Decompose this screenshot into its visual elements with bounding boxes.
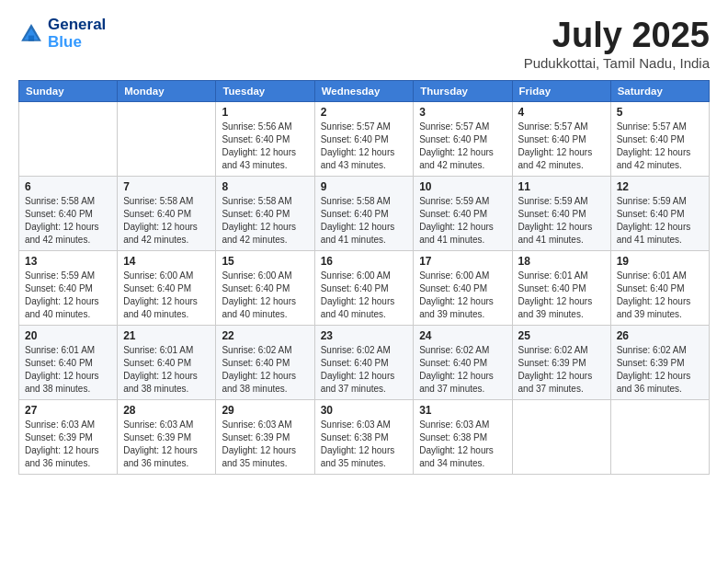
- sunrise-text: Sunrise: 5:59 AM: [617, 196, 687, 206]
- sunset-text: Sunset: 6:40 PM: [321, 358, 389, 368]
- sunset-text: Sunset: 6:40 PM: [222, 358, 290, 368]
- day-number: 15: [222, 255, 308, 268]
- day-number: 5: [617, 106, 703, 119]
- sunset-text: Sunset: 6:40 PM: [123, 283, 191, 293]
- sunrise-text: Sunrise: 6:01 AM: [25, 345, 95, 355]
- sunset-text: Sunset: 6:40 PM: [617, 134, 685, 144]
- daylight-text: Daylight: 12 hours and 39 minutes.: [617, 296, 691, 319]
- sunrise-text: Sunrise: 6:00 AM: [419, 270, 489, 281]
- day-info: Sunrise: 5:58 AMSunset: 6:40 PMDaylight:…: [123, 195, 210, 247]
- calendar-cell: 10Sunrise: 5:59 AMSunset: 6:40 PMDayligh…: [414, 176, 512, 250]
- day-number: 3: [419, 106, 506, 119]
- sunrise-text: Sunrise: 5:59 AM: [518, 196, 588, 206]
- calendar-cell: 15Sunrise: 6:00 AMSunset: 6:40 PMDayligh…: [216, 250, 314, 325]
- logo-line1: General: [48, 17, 106, 34]
- title-block: July 2025 Pudukkottai, Tamil Nadu, India: [524, 17, 710, 71]
- daylight-text: Daylight: 12 hours and 41 minutes.: [617, 222, 691, 245]
- day-info: Sunrise: 6:01 AMSunset: 6:40 PMDaylight:…: [518, 270, 605, 321]
- sunrise-text: Sunrise: 5:58 AM: [25, 196, 95, 206]
- day-info: Sunrise: 6:03 AMSunset: 6:39 PMDaylight:…: [25, 419, 111, 470]
- sunrise-text: Sunrise: 6:03 AM: [222, 419, 291, 430]
- day-number: 20: [25, 329, 111, 342]
- sunset-text: Sunset: 6:40 PM: [321, 209, 389, 219]
- calendar-cell: 8Sunrise: 5:58 AMSunset: 6:40 PMDaylight…: [216, 176, 314, 250]
- daylight-text: Daylight: 12 hours and 40 minutes.: [321, 296, 395, 319]
- sunrise-text: Sunrise: 6:01 AM: [123, 345, 193, 355]
- day-info: Sunrise: 6:02 AMSunset: 6:39 PMDaylight:…: [617, 344, 703, 396]
- calendar-cell: 20Sunrise: 6:01 AMSunset: 6:40 PMDayligh…: [19, 325, 118, 399]
- calendar-cell: 14Sunrise: 6:00 AMSunset: 6:40 PMDayligh…: [118, 250, 216, 325]
- daylight-text: Daylight: 12 hours and 42 minutes.: [25, 222, 99, 245]
- calendar-cell: 19Sunrise: 6:01 AMSunset: 6:40 PMDayligh…: [610, 250, 709, 325]
- calendar-cell: 22Sunrise: 6:02 AMSunset: 6:40 PMDayligh…: [216, 325, 314, 399]
- calendar-cell: 18Sunrise: 6:01 AMSunset: 6:40 PMDayligh…: [512, 250, 610, 325]
- sunrise-text: Sunrise: 6:02 AM: [419, 345, 489, 355]
- day-info: Sunrise: 5:58 AMSunset: 6:40 PMDaylight:…: [25, 195, 111, 247]
- sunset-text: Sunset: 6:40 PM: [419, 209, 487, 219]
- day-number: 11: [518, 180, 605, 193]
- day-info: Sunrise: 5:56 AMSunset: 6:40 PMDaylight:…: [222, 121, 308, 172]
- day-info: Sunrise: 5:59 AMSunset: 6:40 PMDaylight:…: [518, 195, 605, 247]
- day-number: 27: [25, 404, 111, 417]
- day-number: 12: [617, 180, 703, 193]
- main-title: July 2025: [524, 17, 710, 55]
- sunset-text: Sunset: 6:40 PM: [222, 283, 290, 293]
- day-number: 26: [617, 329, 703, 342]
- sunrise-text: Sunrise: 5:59 AM: [25, 270, 95, 281]
- calendar-cell: 5Sunrise: 5:57 AMSunset: 6:40 PMDaylight…: [610, 101, 709, 176]
- sunrise-text: Sunrise: 5:58 AM: [222, 196, 291, 206]
- day-number: 22: [222, 329, 308, 342]
- day-number: 13: [25, 255, 111, 268]
- logo: General Blue: [18, 17, 106, 51]
- sunrise-text: Sunrise: 6:03 AM: [25, 419, 95, 430]
- sunset-text: Sunset: 6:40 PM: [222, 134, 290, 144]
- day-info: Sunrise: 6:00 AMSunset: 6:40 PMDaylight:…: [222, 270, 308, 321]
- day-info: Sunrise: 5:58 AMSunset: 6:40 PMDaylight:…: [321, 195, 408, 247]
- day-info: Sunrise: 6:01 AMSunset: 6:40 PMDaylight:…: [123, 344, 210, 396]
- sunset-text: Sunset: 6:40 PM: [25, 283, 93, 293]
- calendar-cell: 27Sunrise: 6:03 AMSunset: 6:39 PMDayligh…: [19, 399, 118, 474]
- sunset-text: Sunset: 6:40 PM: [419, 283, 487, 293]
- daylight-text: Daylight: 12 hours and 36 minutes.: [123, 445, 198, 468]
- day-number: 21: [123, 329, 210, 342]
- day-info: Sunrise: 5:57 AMSunset: 6:40 PMDaylight:…: [419, 121, 506, 172]
- sunrise-text: Sunrise: 6:01 AM: [518, 270, 588, 281]
- logo-line2: Blue: [48, 34, 106, 52]
- day-number: 30: [321, 404, 408, 417]
- day-number: 31: [419, 404, 506, 417]
- day-info: Sunrise: 6:02 AMSunset: 6:39 PMDaylight:…: [518, 344, 605, 396]
- calendar-week-row: 6Sunrise: 5:58 AMSunset: 6:40 PMDaylight…: [19, 176, 710, 250]
- sunset-text: Sunset: 6:40 PM: [617, 209, 685, 219]
- daylight-text: Daylight: 12 hours and 42 minutes.: [222, 222, 296, 245]
- day-info: Sunrise: 5:57 AMSunset: 6:40 PMDaylight:…: [617, 121, 703, 172]
- day-number: 6: [25, 180, 111, 193]
- sunset-text: Sunset: 6:39 PM: [617, 358, 685, 368]
- calendar-cell: 17Sunrise: 6:00 AMSunset: 6:40 PMDayligh…: [414, 250, 512, 325]
- day-info: Sunrise: 6:01 AMSunset: 6:40 PMDaylight:…: [617, 270, 703, 321]
- calendar-cell: 6Sunrise: 5:58 AMSunset: 6:40 PMDaylight…: [19, 176, 118, 250]
- day-info: Sunrise: 5:57 AMSunset: 6:40 PMDaylight:…: [518, 121, 605, 172]
- day-number: 16: [321, 255, 408, 268]
- daylight-text: Daylight: 12 hours and 40 minutes.: [25, 296, 99, 319]
- sunrise-text: Sunrise: 5:57 AM: [321, 121, 391, 132]
- col-header-thursday: Thursday: [414, 80, 512, 101]
- calendar-week-row: 20Sunrise: 6:01 AMSunset: 6:40 PMDayligh…: [19, 325, 710, 399]
- sunrise-text: Sunrise: 5:56 AM: [222, 121, 291, 132]
- daylight-text: Daylight: 12 hours and 43 minutes.: [321, 147, 395, 170]
- calendar-cell: 26Sunrise: 6:02 AMSunset: 6:39 PMDayligh…: [610, 325, 709, 399]
- col-header-wednesday: Wednesday: [314, 80, 414, 101]
- day-number: 24: [419, 329, 506, 342]
- day-info: Sunrise: 5:59 AMSunset: 6:40 PMDaylight:…: [419, 195, 506, 247]
- calendar-week-row: 1Sunrise: 5:56 AMSunset: 6:40 PMDaylight…: [19, 101, 710, 176]
- daylight-text: Daylight: 12 hours and 42 minutes.: [419, 147, 494, 170]
- col-header-tuesday: Tuesday: [216, 80, 314, 101]
- calendar-cell: [118, 101, 216, 176]
- sunset-text: Sunset: 6:39 PM: [25, 432, 93, 442]
- sunset-text: Sunset: 6:39 PM: [123, 432, 191, 442]
- day-number: 14: [123, 255, 210, 268]
- sunrise-text: Sunrise: 6:00 AM: [321, 270, 391, 281]
- daylight-text: Daylight: 12 hours and 38 minutes.: [222, 371, 296, 394]
- sunset-text: Sunset: 6:39 PM: [222, 432, 290, 442]
- day-number: 17: [419, 255, 506, 268]
- header: General Blue July 2025 Pudukkottai, Tami…: [18, 17, 710, 71]
